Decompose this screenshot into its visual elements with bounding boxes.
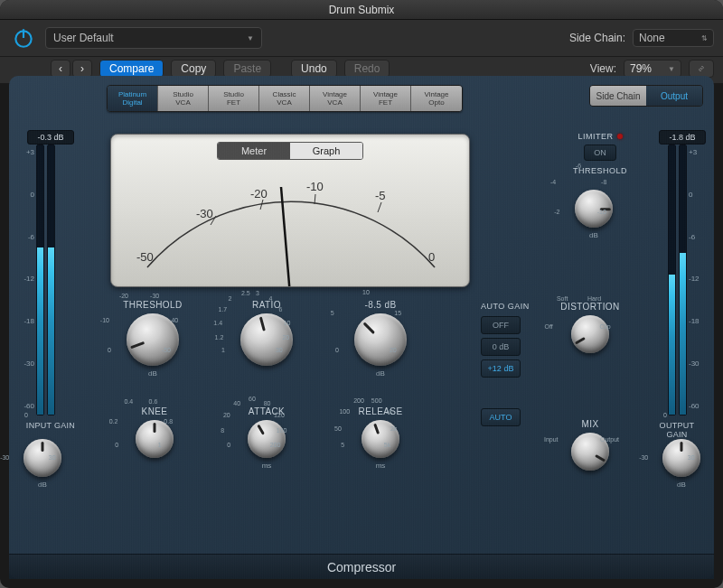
copy-button[interactable]: Copy (171, 60, 216, 78)
output-tab[interactable]: Output (646, 86, 702, 106)
output-meter-readout: -1.8 dB (659, 130, 706, 145)
auto-gain-12db-button[interactable]: +12 dB (481, 359, 521, 378)
model-tab-vintage-opto[interactable]: VintageOpto (411, 86, 462, 111)
redo-button[interactable]: Redo (344, 60, 390, 78)
auto-gain-0db-button[interactable]: 0 dB (481, 338, 521, 356)
output-gain-knob[interactable]: dB-30030 (644, 435, 718, 489)
paste-button[interactable]: Paste (223, 60, 271, 78)
preset-prev-button[interactable]: ‹ (51, 60, 70, 78)
side-chain-select[interactable]: None ⇅ (633, 29, 714, 47)
input-meter: -0.3 dB +30-6-12-18-30-60 INPUT GAIN (36, 145, 55, 415)
auto-gain-off-button[interactable]: OFF (481, 316, 521, 334)
model-tab-vintage-fet[interactable]: VintageFET (361, 86, 411, 111)
header-row-1: User Default ▼ Side Chain: None ⇅ (0, 20, 723, 57)
model-tab-studio-fet[interactable]: StudioFET (209, 86, 259, 111)
limiter-led-icon (617, 134, 623, 139)
vu-meter: Meter Graph -50 -30 -20 -10 -5 0 (110, 134, 470, 287)
auto-gain-group: AUTO GAIN OFF 0 dB +12 dB AUTO (481, 302, 530, 430)
preset-next-button[interactable]: › (72, 60, 92, 78)
side-output-tabs: Side Chain Output (589, 85, 703, 107)
limiter-on-button[interactable]: ON (584, 145, 616, 161)
preset-label: User Default (53, 32, 114, 44)
undo-button[interactable]: Undo (291, 60, 337, 78)
release-knob[interactable]: RELEASEms5501002005001k2k5k (343, 406, 418, 470)
chevron-down-icon: ▼ (247, 34, 254, 42)
input-gain-knob[interactable]: dB-30030 (5, 435, 80, 489)
distortion-knob[interactable]: DISTORTIONOffSoftHardClip (553, 302, 627, 357)
model-tab-classic-vca[interactable]: ClassicVCA (259, 86, 310, 111)
side-chain-label: Side Chain: (569, 32, 625, 44)
svg-line-6 (378, 202, 381, 212)
power-button[interactable] (9, 23, 38, 52)
link-button[interactable] (689, 60, 714, 78)
compare-button[interactable]: Compare (99, 60, 164, 78)
side-chain-tab[interactable]: Side Chain (590, 86, 646, 106)
model-tab-vintage-vca[interactable]: VintageVCA (310, 86, 361, 111)
plugin-name: Compressor (9, 554, 714, 579)
threshold-knob[interactable]: THRESHOLDdB0-10-20-30-40-50 (108, 300, 197, 378)
zoom-select[interactable]: 79%▼ (624, 60, 681, 78)
vu-meter-button[interactable]: Meter (218, 143, 290, 159)
knee-knob[interactable]: KNEE00.20.40.60.81 (117, 406, 192, 462)
attack-knob[interactable]: ATTACKms0820406080120160200 (230, 406, 304, 470)
input-meter-readout: -0.3 dB (27, 130, 74, 145)
preset-select[interactable]: User Default ▼ (45, 27, 262, 49)
model-tab-platinum-digital[interactable]: PlatinumDigital (108, 86, 158, 111)
mix-knob[interactable]: MIXInputOutput (553, 419, 627, 474)
model-tabs: PlatinumDigitalStudioVCAStudioFETClassic… (107, 85, 463, 112)
makeup-gain-knob[interactable]: -8.5 dBdB05101520 (336, 300, 425, 378)
titlebar: Drum Submix (0, 0, 723, 20)
plugin-body: PlatinumDigitalStudioVCAStudioFETClassic… (9, 76, 714, 579)
view-label: View: (590, 62, 616, 75)
limiter-threshold-knob[interactable]: dB-2-4-6-8-10 (557, 186, 631, 239)
output-meter: -1.8 dB +30-6-12-18-30-60 OUTPUT GAIN (668, 145, 687, 415)
model-tab-studio-vca[interactable]: StudioVCA (158, 86, 209, 111)
plugin-window: Drum Submix User Default ▼ Side Chain: N… (0, 0, 723, 588)
vu-graph-button[interactable]: Graph (290, 143, 362, 159)
ratio-knob[interactable]: RATIO11.21.41.722.5346102030 (222, 300, 311, 369)
auto-release-button[interactable]: AUTO (481, 408, 521, 426)
updown-icon: ⇅ (701, 34, 708, 42)
